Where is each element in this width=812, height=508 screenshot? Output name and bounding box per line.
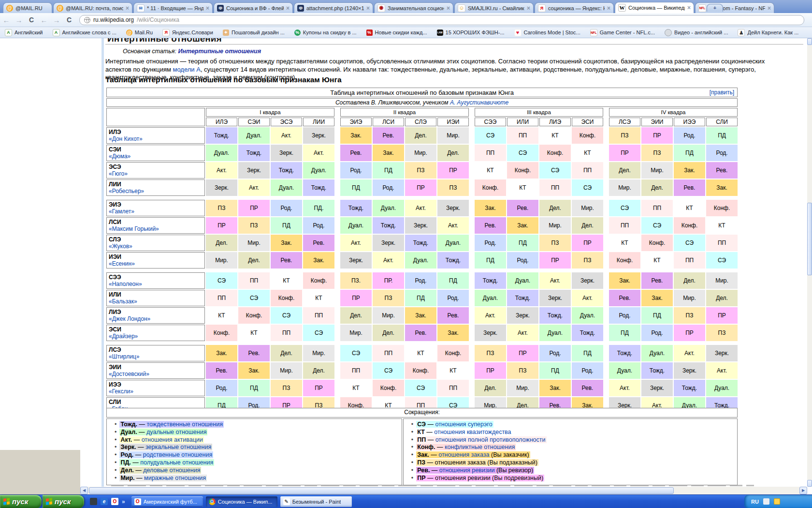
- relation-cell: ПР: [706, 307, 738, 324]
- scroll-left-icon[interactable]: ◀: [80, 487, 88, 494]
- vertical-scrollbar[interactable]: [807, 38, 812, 487]
- tab-close-icon[interactable]: ×: [527, 6, 530, 11]
- new-tab-button[interactable]: +: [707, 4, 723, 12]
- browser-tab[interactable]: Ясоционика — Яндекс: Н×: [535, 2, 614, 13]
- tab-close-icon[interactable]: ×: [768, 6, 771, 11]
- type-name-link[interactable]: «Жуков»: [109, 243, 132, 250]
- relation-cell: Зак.: [475, 200, 506, 216]
- main-article-link[interactable]: Интертипные отношения: [178, 48, 261, 55]
- vertical-scroll-thumb[interactable]: [807, 203, 812, 275]
- browser-tab[interactable]: ФСоционика и ВФ - Флейм×: [214, 2, 293, 13]
- horizontal-scrollbar[interactable]: ◀ ▶: [80, 487, 807, 494]
- bookmark-item[interactable]: ЯЯндекс.Словари: [162, 29, 213, 36]
- scroll-down-icon[interactable]: [807, 480, 812, 487]
- type-abbr: СЛИ: [109, 399, 121, 405]
- reload-icon[interactable]: [25, 16, 38, 24]
- type-name-link[interactable]: «Гексли»: [109, 388, 133, 395]
- tab-close-icon[interactable]: ×: [126, 6, 129, 11]
- legend-relation-link[interactable]: дуальные отношения: [146, 429, 206, 435]
- legend-relation-link[interactable]: отношения суперэго: [435, 421, 492, 428]
- tab-close-icon[interactable]: ×: [447, 6, 450, 11]
- type-name-link[interactable]: «Штирлиц»: [109, 353, 139, 360]
- type-name-link[interactable]: «Есенин»: [109, 260, 135, 267]
- browser-tab[interactable]: @@MAIL.RU: почта, поиск×: [53, 2, 132, 13]
- legend-relation-link[interactable]: миражные отношения: [144, 475, 206, 481]
- scroll-right-icon[interactable]: ▶: [799, 487, 807, 494]
- legend-relation-link[interactable]: отношения ревизии: [439, 467, 495, 474]
- type-name-link[interactable]: «Достоевский»: [109, 371, 149, 377]
- tab-close-icon[interactable]: ×: [607, 6, 610, 11]
- browser-tab[interactable]: ✉* 11 · Входящие — Янд×: [133, 2, 213, 13]
- bookmark-item[interactable]: ААнглийские слова с ...: [53, 29, 116, 36]
- bookmark-item[interactable]: @Mail.Ru: [126, 30, 153, 36]
- column-spacer: [604, 145, 608, 161]
- bookmark-item[interactable]: LAM15 ХОРОШИХ ФЭШН-...: [437, 30, 505, 36]
- bookmark-item[interactable]: %Купоны на скидку в ...: [294, 30, 357, 36]
- browser-tab[interactable]: WСоционика — Википеди×: [615, 2, 694, 13]
- column-spacer: [604, 362, 608, 379]
- type-name-link[interactable]: «Робеспьер»: [109, 188, 144, 194]
- type-name-link[interactable]: «Дон Кихот»: [109, 135, 143, 142]
- language-indicator[interactable]: RU: [751, 499, 759, 505]
- legend-relation-link[interactable]: полудуальные отношения: [140, 459, 213, 466]
- bookmark-item[interactable]: ♥Carolines Mode | Stoc...: [514, 29, 580, 36]
- tab-close-icon[interactable]: ×: [687, 5, 691, 10]
- type-name-link[interactable]: «Гюго»: [109, 170, 128, 177]
- bookmark-item[interactable]: ААнглийский: [5, 29, 43, 36]
- type-name-link[interactable]: «Максим Горький»: [109, 225, 159, 232]
- legend-relation-link[interactable]: конфликтные отношения: [445, 444, 515, 450]
- opera-quicklaunch-icon[interactable]: O: [111, 498, 118, 505]
- bookmark-item[interactable]: ♟Дейл Карнеги. Как ...: [738, 29, 798, 36]
- relation-cell: Зак.: [609, 272, 640, 289]
- edit-link[interactable]: [править]: [710, 89, 734, 96]
- type-name-link[interactable]: «Бальзак»: [109, 298, 137, 305]
- relation-cell: Рев.: [706, 162, 738, 179]
- browser-tab[interactable]: @@MAIL.RU: [3, 2, 52, 13]
- browser-tab[interactable]: ◉Занимательная социони×: [374, 2, 453, 13]
- ie-quicklaunch-icon[interactable]: e: [101, 498, 108, 505]
- tab-close-icon[interactable]: ×: [366, 6, 370, 11]
- address-bar[interactable]: ru.wikipedia.org/wiki/Соционика: [79, 15, 804, 25]
- type-name-link[interactable]: «Наполеон»: [109, 281, 142, 287]
- start-button[interactable]: пуск: [43, 495, 84, 508]
- tab-close-icon[interactable]: ×: [286, 6, 290, 11]
- taskbar-window-button[interactable]: ✎Безымянный - Paint: [280, 496, 352, 507]
- legend-relation-link[interactable]: родственные отношения: [143, 451, 212, 458]
- back-icon[interactable]: [0, 16, 13, 24]
- legend-relation-link[interactable]: отношения квазитождества: [434, 429, 511, 435]
- type-name-link[interactable]: «Гамлет»: [109, 208, 134, 215]
- browser-tab[interactable]: ☺SMAJLIKI.ru - Смайлики×: [454, 2, 534, 13]
- forward-icon[interactable]: [13, 16, 25, 24]
- legend-relation-link[interactable]: отношения заказа: [438, 451, 489, 458]
- scroll-up-icon[interactable]: [807, 38, 812, 45]
- start-button[interactable]: пуск: [0, 495, 42, 508]
- forward-icon[interactable]: [50, 16, 63, 24]
- browser-tab[interactable]: Фattachment.php (1240×1×: [294, 2, 373, 13]
- back-icon[interactable]: [38, 16, 50, 24]
- relation-cell: Акт.: [507, 325, 538, 341]
- bookmark-item[interactable]: %Новые скидки кажд...: [366, 30, 427, 36]
- taskbar-window-button[interactable]: Соционика — Викип...: [206, 496, 277, 507]
- tab-close-icon[interactable]: ×: [206, 6, 209, 11]
- legend-relation-link[interactable]: деловые отношения: [143, 467, 200, 474]
- bookmark-item[interactable]: NFLGame Center - NFL.c...: [590, 29, 655, 36]
- desktop-quicklaunch-icon[interactable]: [90, 498, 97, 505]
- tray-icon[interactable]: [774, 498, 780, 505]
- legend-relation-link[interactable]: зеркальные отношения: [145, 444, 211, 450]
- quick-launch-chevron-icon[interactable]: »: [122, 498, 125, 505]
- horizontal-scroll-thumb[interactable]: [89, 487, 674, 494]
- legend-relation-link[interactable]: отношения полной противоположности: [435, 436, 546, 443]
- author-link[interactable]: А. Аугустинавичюте: [450, 99, 508, 106]
- type-name-link[interactable]: «Джек Лондон»: [109, 315, 150, 322]
- type-name-link[interactable]: «Дюма»: [109, 153, 130, 160]
- legend-relation-link[interactable]: отношения активации: [142, 436, 203, 443]
- bookmark-item[interactable]: ✦Пошаговый дизайн ...: [223, 30, 285, 36]
- reload-icon[interactable]: [63, 16, 75, 24]
- taskbar-window-button[interactable]: OАмериканский футб...: [131, 496, 203, 507]
- type-name-link[interactable]: «Драйзер»: [109, 333, 138, 340]
- bookmark-item[interactable]: Видео - английский ...: [665, 29, 728, 36]
- model-a-link[interactable]: модели А: [173, 66, 200, 73]
- tray-icon[interactable]: [763, 498, 769, 505]
- table-row: СЛЭ«Жуков»Дел.Мир.Зак.Рев.Акт.Зерк.Тожд.…: [106, 235, 738, 251]
- legend-relation-link[interactable]: тождественные отношения: [146, 421, 223, 428]
